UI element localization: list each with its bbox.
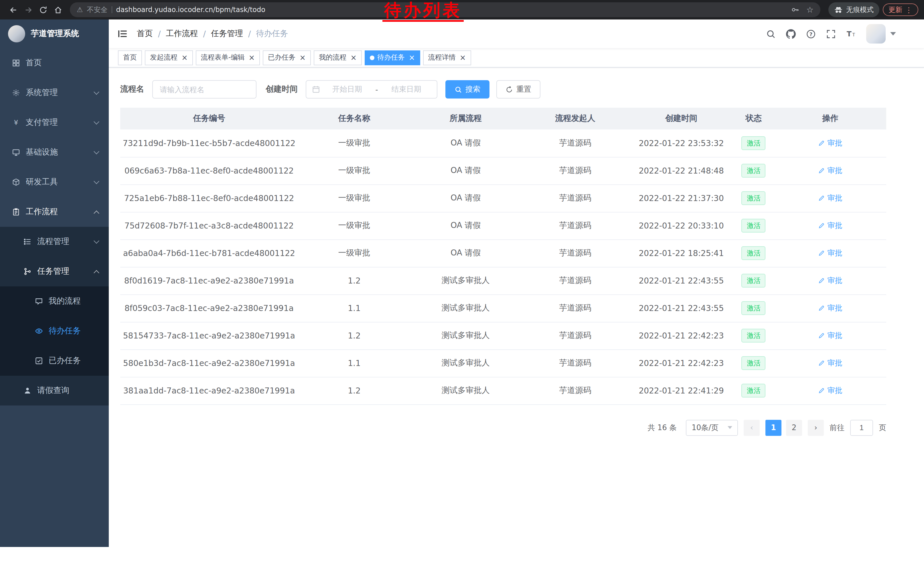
approve-link[interactable]: 审批	[818, 386, 842, 396]
fullscreen-icon[interactable]	[826, 29, 836, 39]
start-date-placeholder[interactable]: 开始日期	[322, 84, 372, 95]
search-button[interactable]: 搜索	[446, 80, 489, 99]
main-area: 首页/工作流程/任务管理/待办任务 ? TT	[109, 20, 924, 547]
update-button[interactable]: 更新 ⋮	[883, 3, 918, 16]
close-icon[interactable]: ×	[182, 54, 188, 61]
sidebar-item-leave-query[interactable]: 请假查询	[0, 376, 109, 405]
tab-待办任务[interactable]: 待办任务×	[364, 50, 420, 65]
key-icon[interactable]	[792, 6, 800, 14]
edit-icon	[818, 332, 825, 339]
star-icon[interactable]: ☆	[806, 6, 813, 14]
font-size-icon[interactable]: TT	[846, 29, 856, 39]
tab-label: 流程详情	[428, 53, 456, 62]
approve-link[interactable]: 审批	[818, 193, 842, 203]
sidebar-item-done-task[interactable]: 已办任务	[0, 346, 109, 376]
prev-page-button[interactable]: ‹	[744, 419, 760, 435]
tab-label: 我的流程	[319, 53, 346, 62]
tab-流程详情[interactable]: 流程详情×	[423, 50, 471, 65]
close-icon[interactable]: ×	[409, 54, 415, 61]
sidebar-item-label: 基础设施	[26, 147, 94, 158]
check-square-icon	[34, 357, 44, 365]
sidebar-item-payment-mgmt[interactable]: ¥支付管理	[0, 108, 109, 137]
tab-我的流程[interactable]: 我的流程×	[314, 50, 362, 65]
page-size-select[interactable]: 10条/页	[686, 419, 738, 435]
sidebar-menu: 首页系统管理¥支付管理基础设施研发工具工作流程流程管理任务管理我的流程待办任务已…	[0, 48, 109, 405]
cell-task-name: 一级审批	[298, 129, 411, 157]
status-badge: 激活	[742, 329, 766, 342]
tab-label: 发起流程	[150, 53, 177, 62]
forward-icon[interactable]	[21, 2, 36, 17]
page-content: 流程名 创建时间 开始日期 - 结束日期 搜索 重置	[109, 68, 924, 547]
cell-task-name: 1.2	[298, 322, 411, 349]
sidebar-item-todo-task[interactable]: 待办任务	[0, 316, 109, 346]
cell-actions: 审批	[774, 129, 886, 157]
approve-link[interactable]: 审批	[818, 138, 842, 148]
reset-button[interactable]: 重置	[496, 80, 540, 99]
column-header: 创建时间	[630, 108, 733, 129]
sidebar-item-workflow[interactable]: 工作流程	[0, 197, 109, 227]
approve-link[interactable]: 审批	[818, 358, 842, 368]
approve-link[interactable]: 审批	[818, 248, 842, 258]
date-range-picker[interactable]: 开始日期 - 结束日期	[306, 80, 437, 99]
hamburger-icon[interactable]	[117, 29, 128, 39]
table-row: 8f059c03-7ac8-11ec-a9e2-a2380e71991a1.1测…	[120, 294, 886, 322]
breadcrumb-item[interactable]: 首页	[137, 29, 153, 39]
approve-link[interactable]: 审批	[818, 221, 842, 231]
goto-page-input[interactable]	[850, 419, 873, 435]
close-icon[interactable]: ×	[249, 54, 255, 61]
approve-link[interactable]: 审批	[818, 330, 842, 341]
sidebar-item-infrastructure[interactable]: 基础设施	[0, 137, 109, 167]
cell-actions: 审批	[774, 294, 886, 322]
close-icon[interactable]: ×	[460, 54, 466, 61]
user-avatar[interactable]	[866, 24, 886, 44]
close-icon[interactable]: ×	[299, 54, 306, 61]
reload-icon[interactable]	[36, 2, 50, 17]
page-button-2[interactable]: 2	[786, 419, 802, 435]
chevron-down-icon[interactable]	[890, 32, 896, 36]
help-icon[interactable]: ?	[806, 29, 816, 39]
approve-link[interactable]: 审批	[818, 303, 842, 313]
approve-link[interactable]: 审批	[818, 165, 842, 176]
status-badge: 激活	[742, 246, 766, 260]
incognito-badge: 无痕模式	[828, 2, 879, 17]
search-icon[interactable]	[766, 29, 776, 39]
table-row: 381aa1dd-7ac8-11ec-a9e2-a2380e71991a1.2测…	[120, 377, 886, 404]
approve-link[interactable]: 审批	[818, 275, 842, 286]
sidebar-item-home[interactable]: 首页	[0, 48, 109, 78]
sidebar-item-system-mgmt[interactable]: 系统管理	[0, 78, 109, 108]
table-row: a6aba0a4-7b6d-11ec-b781-acde48001122一级审批…	[120, 239, 886, 267]
edit-icon	[818, 277, 825, 284]
close-icon[interactable]: ×	[350, 54, 357, 61]
list-icon	[23, 238, 32, 246]
edit-icon	[818, 360, 825, 366]
table-row: 580e1b3d-7ac8-11ec-a9e2-a2380e71991a1.1测…	[120, 349, 886, 377]
tab-已办任务[interactable]: 已办任务×	[263, 50, 311, 65]
breadcrumb-item[interactable]: 任务管理	[211, 29, 243, 39]
github-icon[interactable]	[786, 29, 796, 39]
tab-发起流程[interactable]: 发起流程×	[145, 50, 193, 65]
sidebar-item-my-process[interactable]: 我的流程	[0, 286, 109, 316]
sidebar-item-process-mgmt[interactable]: 流程管理	[0, 227, 109, 257]
cell-task-id: 58154733-7ac8-11ec-a9e2-a2380e71991a	[120, 322, 298, 349]
breadcrumb-item[interactable]: 工作流程	[166, 29, 198, 39]
svg-text:T: T	[852, 32, 855, 38]
back-icon[interactable]	[6, 2, 21, 17]
tab-首页[interactable]: 首页	[118, 50, 142, 65]
cell-task-name: 1.1	[298, 349, 411, 377]
status-badge: 激活	[742, 219, 766, 233]
next-page-button[interactable]: ›	[808, 419, 824, 435]
sidebar-item-dev-tools[interactable]: 研发工具	[0, 167, 109, 197]
branch-icon	[23, 267, 32, 275]
cell-actions: 审批	[774, 322, 886, 349]
sidebar-item-task-mgmt[interactable]: 任务管理	[0, 257, 109, 286]
home-icon[interactable]	[50, 2, 65, 17]
page-button-1[interactable]: 1	[765, 419, 782, 435]
tab-流程表单-编辑[interactable]: 流程表单-编辑×	[196, 50, 260, 65]
menu-dots-icon[interactable]: ⋮	[905, 6, 912, 14]
app-window: 芋道管理系统 首页系统管理¥支付管理基础设施研发工具工作流程流程管理任务管理我的…	[0, 20, 924, 547]
app-logo[interactable]: 芋道管理系统	[0, 20, 109, 48]
end-date-placeholder[interactable]: 结束日期	[382, 84, 431, 95]
cell-status: 激活	[733, 239, 775, 267]
process-name-input[interactable]	[152, 80, 256, 99]
eye-icon	[34, 327, 44, 335]
